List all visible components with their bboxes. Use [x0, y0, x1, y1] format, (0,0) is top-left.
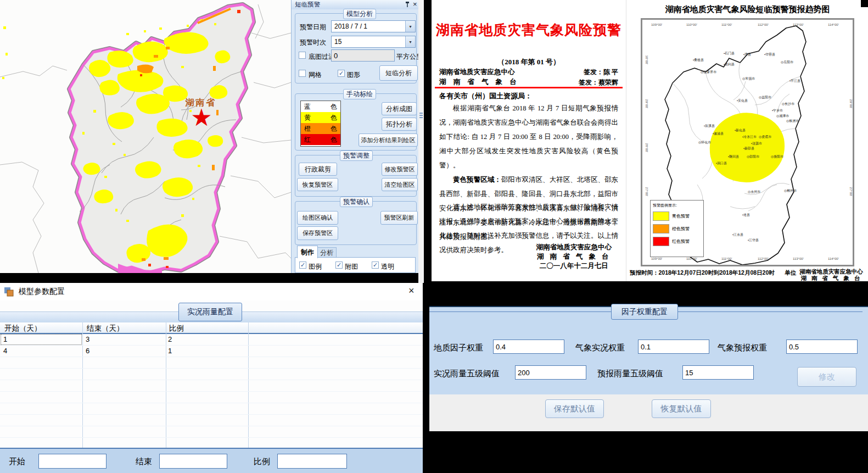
color-item-orange[interactable]: 橙色: [301, 123, 340, 134]
document-red-rule: [435, 87, 623, 88]
save-warning-zone-button[interactable]: 保存预警区: [297, 226, 338, 240]
factor-weight-panel: 因子权重配置 地质因子权重 气象实况权重 气象预报权重 实况雨量五级阈值 预报雨…: [429, 306, 868, 431]
county-label: •隆回县: [728, 155, 739, 158]
close-icon[interactable]: ×: [413, 0, 417, 8]
shape-checkbox[interactable]: ✓: [338, 70, 345, 77]
live-threshold-input[interactable]: [515, 365, 586, 380]
county-label: •道县: [742, 213, 750, 216]
warning-time-value: 15: [332, 38, 341, 46]
county-label: ◎娄底市: [759, 135, 771, 138]
shape-label: 图形: [347, 70, 360, 80]
warning-zone-refresh-button[interactable]: 预警区刷新: [380, 211, 418, 225]
cell-ratio[interactable]: 2: [168, 335, 172, 343]
color-item-yellow[interactable]: 黄色: [301, 112, 340, 123]
close-icon[interactable]: ×: [408, 285, 415, 297]
warning-time-combobox[interactable]: 15 ▾: [331, 36, 416, 48]
panel-title: 短临预警: [292, 0, 419, 9]
live-weather-weight-label: 气象实况权重: [575, 343, 625, 353]
color-item-blue[interactable]: 蓝色: [301, 101, 340, 112]
warning-date-combobox[interactable]: 2018 / 7 / 1 ▾: [331, 20, 416, 32]
short-term-analyze-button[interactable]: 短临分析: [379, 65, 418, 81]
forecast-threshold-input[interactable]: [682, 365, 754, 380]
cell-start[interactable]: 1: [3, 335, 7, 343]
transparent-option-label: 透明: [381, 262, 394, 271]
county-label: •涟源市: [751, 142, 762, 145]
draw-zone-confirm-button[interactable]: 绘图区确认: [297, 211, 338, 225]
column-header-end[interactable]: 结束（天）: [87, 324, 124, 333]
forecast-weight-input[interactable]: [786, 340, 858, 354]
table-row[interactable]: 1 3 2: [0, 334, 423, 346]
tab-make[interactable]: 制作: [297, 246, 318, 258]
live-weather-weight-input[interactable]: [638, 340, 709, 354]
warning-document-page: 湖南省地质灾害气象风险预警 （2018 年第 01 号） 湖南省地质灾害应急中心…: [432, 0, 626, 281]
modify-warning-zone-button[interactable]: 修改预警区: [382, 163, 418, 176]
warning-adjust-group-title: 预警调整: [340, 151, 373, 161]
cell-end[interactable]: 6: [86, 347, 89, 355]
risk-map-canvas[interactable]: 湖南省 ★: [0, 0, 291, 273]
analyze-to-map-button[interactable]: 分析成图: [382, 102, 417, 115]
county-label: •石门县: [724, 52, 735, 55]
county-label: ◎邵阳市: [747, 155, 759, 158]
legend-option-label: 图例: [309, 262, 322, 271]
dialog-titlebar[interactable]: 模型参数配置 ×: [0, 283, 423, 301]
document-issue-no: （2018 年第 01 号）: [432, 57, 626, 67]
admin-clip-button[interactable]: 行政裁剪: [299, 163, 337, 176]
panel-scrollbar[interactable]: [418, 0, 424, 283]
unit-org2: 湖 南 省 气 象 台: [796, 275, 867, 281]
table-row[interactable]: 4 6 1: [0, 346, 423, 357]
county-label: ◎怀化市: [698, 141, 711, 144]
restore-defaults-button[interactable]: 恢复默认值: [652, 399, 711, 418]
document-footer-org1: 湖南省地质灾害应急中心: [536, 243, 612, 252]
county-label: ◎郴州市: [784, 189, 797, 192]
topology-analysis-button[interactable]: 拓扑分析: [382, 118, 417, 131]
county-label: •江永县: [732, 233, 743, 236]
restore-warning-zone-button[interactable]: 恢复预警区: [297, 178, 338, 191]
document-sign1: 签发：陈 平: [579, 67, 618, 77]
cell-start[interactable]: 4: [3, 347, 7, 355]
geo-weight-label: 地质因子权重: [434, 343, 483, 353]
county-label: ◎益阳市: [759, 96, 771, 99]
basemap-filter-checkbox[interactable]: [299, 52, 306, 59]
cell-end[interactable]: 3: [86, 335, 89, 343]
county-label: ◎衡阳市: [771, 155, 783, 158]
column-header-start[interactable]: 开始（天）: [4, 324, 42, 333]
legend-title: 预警图例显示:: [653, 203, 703, 208]
grid-label: 网格: [309, 70, 322, 80]
column-header-ratio[interactable]: 比例: [169, 324, 184, 333]
transparent-checkbox[interactable]: ✓: [372, 261, 379, 269]
county-label: •新邵县: [743, 147, 754, 150]
trend-map-legend: 预警图例显示: 黄色预警 橙色预警 红色预警: [650, 200, 704, 257]
live-threshold-label: 实况雨量五级阈值: [434, 369, 500, 379]
ratio-input[interactable]: [277, 454, 347, 469]
add-result-button[interactable]: 添加分析结果到绘区: [359, 133, 418, 147]
county-label: ◎常德市: [742, 77, 755, 80]
end-input[interactable]: [159, 454, 227, 469]
save-defaults-button[interactable]: 保存默认值: [545, 399, 604, 418]
start-input[interactable]: [38, 454, 107, 469]
geo-weight-input[interactable]: [493, 340, 564, 354]
weight-panel-footer: 保存默认值 恢复默认值: [429, 394, 868, 431]
legend-checkbox[interactable]: ✓: [299, 261, 306, 269]
pin-icon[interactable]: [405, 1, 410, 8]
grid-checkbox[interactable]: [299, 70, 306, 77]
warning-date-label: 预警日期: [300, 23, 326, 32]
chevron-down-icon[interactable]: ▾: [405, 21, 415, 32]
county-label: •冷水江市: [742, 135, 757, 138]
county-label: ◎张家界市: [701, 70, 716, 74]
chevron-down-icon[interactable]: ▾: [405, 36, 415, 47]
cell-ratio[interactable]: 1: [168, 347, 172, 355]
modify-button[interactable]: 修改: [797, 367, 856, 387]
legend-swatch-yellow: [653, 212, 669, 221]
trend-map-frame: 109°00′ 110°00′ 111°00′ 112°00′ 113°00′ …: [641, 18, 854, 266]
filter-area-input[interactable]: [331, 49, 395, 62]
selected-cell-outline: [1, 334, 82, 345]
document-salutation: 各有关市（州）国土资源局：: [439, 91, 532, 101]
document-org2: 湖 南 省 气 象 台: [439, 77, 519, 87]
clear-draw-zone-button[interactable]: 清空绘图区: [382, 178, 418, 191]
legend-label: 黄色预警: [672, 213, 690, 219]
legend-swatch-orange: [653, 224, 669, 233]
color-item-red[interactable]: 红色: [301, 134, 340, 145]
warning-confirm-group-title: 预警确认: [340, 197, 373, 207]
attach-map-checkbox[interactable]: ✓: [335, 261, 343, 269]
county-label: •新化县: [735, 129, 746, 132]
